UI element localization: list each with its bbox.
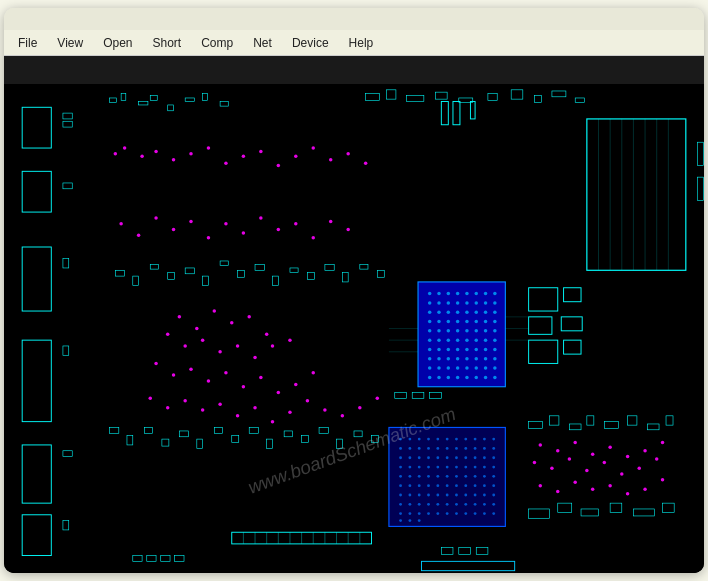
svg-point-86	[428, 338, 431, 341]
svg-point-303	[643, 449, 646, 452]
svg-point-236	[224, 161, 227, 164]
svg-point-218	[427, 512, 430, 515]
svg-point-310	[620, 472, 623, 475]
svg-point-171	[399, 475, 402, 478]
svg-point-298	[556, 449, 559, 452]
svg-point-132	[446, 438, 449, 441]
svg-point-152	[427, 456, 430, 459]
svg-point-57	[456, 301, 459, 304]
menu-help[interactable]: Help	[341, 34, 382, 52]
svg-point-205	[408, 503, 411, 506]
menu-device[interactable]: Device	[284, 34, 337, 52]
svg-point-317	[608, 484, 611, 487]
svg-point-150	[408, 456, 411, 459]
svg-point-185	[427, 484, 430, 487]
svg-point-55	[437, 301, 440, 304]
svg-point-255	[294, 222, 297, 225]
svg-point-207	[427, 503, 430, 506]
svg-point-101	[493, 348, 496, 351]
svg-point-182	[399, 484, 402, 487]
svg-point-199	[455, 494, 458, 497]
svg-point-104	[447, 357, 450, 360]
svg-point-239	[277, 164, 280, 167]
menu-open[interactable]: Open	[95, 34, 140, 52]
svg-point-290	[271, 420, 274, 423]
svg-point-189	[464, 484, 467, 487]
svg-point-105	[456, 357, 459, 360]
svg-point-113	[456, 366, 459, 369]
menu-view[interactable]: View	[49, 34, 91, 52]
svg-point-76	[484, 320, 487, 323]
menu-short[interactable]: Short	[145, 34, 190, 52]
svg-point-61	[493, 301, 496, 304]
svg-point-144	[455, 447, 458, 450]
svg-point-157	[474, 456, 477, 459]
svg-point-245	[119, 222, 122, 225]
menu-file[interactable]: File	[10, 34, 45, 52]
svg-point-50	[465, 292, 468, 295]
svg-point-228	[418, 519, 421, 522]
svg-point-148	[492, 447, 495, 450]
svg-point-129	[418, 438, 421, 441]
svg-point-90	[465, 338, 468, 341]
svg-point-291	[288, 411, 291, 414]
svg-point-186	[436, 484, 439, 487]
svg-point-279	[259, 376, 262, 379]
svg-point-174	[427, 475, 430, 478]
menu-comp[interactable]: Comp	[193, 34, 241, 52]
svg-point-294	[341, 414, 344, 417]
svg-point-82	[465, 329, 468, 332]
svg-point-170	[492, 466, 495, 469]
svg-point-68	[484, 310, 487, 313]
svg-point-295	[358, 406, 361, 409]
svg-point-233	[172, 158, 175, 161]
canvas[interactable]: www.boardSchematic.com	[4, 84, 704, 573]
svg-point-163	[427, 466, 430, 469]
svg-point-58	[465, 301, 468, 304]
svg-point-308	[585, 469, 588, 472]
svg-rect-45	[418, 282, 505, 387]
svg-point-98	[465, 348, 468, 351]
svg-point-66	[465, 310, 468, 313]
svg-point-247	[154, 216, 157, 219]
svg-point-151	[418, 456, 421, 459]
schematic-view[interactable]: www.boardSchematic.com	[4, 84, 704, 573]
svg-point-102	[428, 357, 431, 360]
svg-point-184	[418, 484, 421, 487]
svg-point-253	[259, 216, 262, 219]
svg-point-246	[137, 234, 140, 237]
svg-point-283	[149, 397, 152, 400]
svg-point-222	[464, 512, 467, 515]
svg-point-299	[573, 441, 576, 444]
svg-point-162	[418, 466, 421, 469]
svg-point-231	[140, 154, 143, 157]
svg-point-177	[455, 475, 458, 478]
svg-point-71	[437, 320, 440, 323]
svg-point-178	[464, 475, 467, 478]
svg-point-315	[573, 480, 576, 483]
svg-point-242	[329, 158, 332, 161]
svg-point-59	[475, 301, 478, 304]
svg-point-83	[475, 329, 478, 332]
svg-point-319	[643, 487, 646, 490]
svg-point-120	[447, 376, 450, 379]
svg-point-200	[464, 494, 467, 497]
svg-point-77	[493, 320, 496, 323]
svg-point-69	[493, 310, 496, 313]
svg-point-220	[446, 512, 449, 515]
svg-point-217	[418, 512, 421, 515]
svg-point-254	[277, 228, 280, 231]
svg-point-123	[475, 376, 478, 379]
svg-point-115	[475, 366, 478, 369]
menu-net[interactable]: Net	[245, 34, 280, 52]
svg-point-183	[408, 484, 411, 487]
svg-point-137	[492, 438, 495, 441]
svg-point-156	[464, 456, 467, 459]
svg-point-258	[346, 228, 349, 231]
svg-point-234	[189, 152, 192, 155]
svg-point-259	[178, 315, 181, 318]
svg-point-48	[447, 292, 450, 295]
svg-point-286	[201, 408, 204, 411]
svg-point-235	[207, 146, 210, 149]
svg-point-314	[556, 490, 559, 493]
